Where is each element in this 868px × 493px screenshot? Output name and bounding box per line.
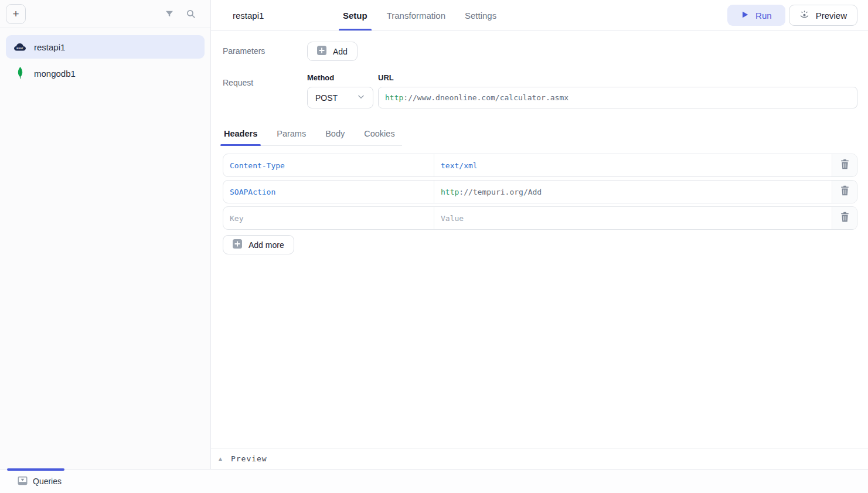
- header-row-soapaction: SOAPAction http://tempuri.org/Add: [223, 180, 857, 203]
- run-button[interactable]: Run: [727, 5, 785, 26]
- rest-api-icon: REST: [13, 42, 26, 52]
- headers-table: Content-Type text/xml SOAPAction: [223, 154, 857, 230]
- header-key-input[interactable]: Content-Type: [223, 154, 434, 176]
- eye-icon: [799, 10, 809, 21]
- header-key-field[interactable]: [230, 214, 427, 223]
- plus-square-icon: [233, 239, 242, 250]
- queries-icon: [18, 476, 28, 487]
- app-window: + REST restapi1: [0, 0, 868, 469]
- delete-header-button[interactable]: [832, 181, 857, 203]
- header-value-input[interactable]: [434, 207, 832, 229]
- tab-cookies[interactable]: Cookies: [363, 129, 396, 145]
- sidebar-item-restapi1[interactable]: REST restapi1: [6, 35, 205, 59]
- play-icon: [741, 11, 749, 21]
- sidebar: + REST restapi1: [0, 0, 211, 469]
- mongodb-icon: [13, 66, 26, 80]
- plus-square-icon: [317, 46, 326, 57]
- page-title: restapi1: [233, 11, 264, 21]
- header-row-empty: [223, 206, 857, 230]
- tab-settings[interactable]: Settings: [465, 0, 496, 30]
- main-tabs: Setup Transformation Settings: [343, 0, 496, 30]
- method-label: Method: [307, 73, 373, 82]
- trash-icon: [840, 159, 850, 172]
- main-header: restapi1 Setup Transformation Settings R…: [211, 0, 868, 31]
- request-row: Request Method POST URL: [223, 73, 857, 108]
- tab-body[interactable]: Body: [324, 129, 346, 145]
- search-icon[interactable]: [183, 7, 198, 21]
- filter-icon[interactable]: [162, 7, 176, 21]
- sidebar-item-label: restapi1: [34, 42, 65, 52]
- add-parameter-label: Add: [333, 47, 348, 56]
- url-scheme-text: http: [385, 93, 403, 102]
- request-fields: Method POST URL http://www.dneonline.com…: [307, 73, 857, 108]
- active-bottom-tab-indicator: [7, 468, 64, 471]
- header-key-input[interactable]: [223, 207, 434, 229]
- method-select[interactable]: POST: [307, 87, 373, 108]
- tab-params[interactable]: Params: [275, 129, 307, 145]
- request-label: Request: [223, 73, 307, 108]
- tab-setup[interactable]: Setup: [343, 0, 367, 30]
- delete-header-button[interactable]: [832, 154, 857, 176]
- add-more-button[interactable]: Add more: [223, 235, 294, 254]
- preview-button-label: Preview: [816, 11, 847, 21]
- sidebar-item-label: mongodb1: [34, 69, 76, 79]
- bottom-bar: Queries: [0, 469, 868, 493]
- run-button-label: Run: [755, 11, 772, 21]
- delete-header-button[interactable]: [832, 207, 857, 229]
- tab-headers[interactable]: Headers: [223, 129, 258, 145]
- query-list: REST restapi1 mongodb1: [0, 28, 210, 92]
- collapse-up-icon: ▲: [217, 455, 223, 462]
- bottom-tab-queries[interactable]: Queries: [18, 476, 62, 487]
- chevron-down-icon: [357, 93, 365, 103]
- method-value: POST: [315, 93, 338, 103]
- header-value-text: text/xml: [441, 161, 478, 170]
- header-value-input[interactable]: text/xml: [434, 154, 832, 176]
- sidebar-header: +: [0, 0, 210, 28]
- trash-icon: [840, 185, 850, 198]
- new-query-button[interactable]: +: [6, 4, 26, 24]
- svg-text:REST: REST: [16, 46, 23, 49]
- header-value-field[interactable]: [441, 214, 825, 223]
- header-row-content-type: Content-Type text/xml: [223, 154, 857, 177]
- parameters-row: Parameters Add: [223, 42, 857, 61]
- add-more-label: Add more: [249, 240, 284, 250]
- header-value-input[interactable]: http://tempuri.org/Add: [434, 181, 832, 203]
- url-input[interactable]: http://www.dneonline.com/calculator.asmx: [378, 87, 857, 108]
- url-field-group: URL http://www.dneonline.com/calculator.…: [378, 73, 857, 108]
- queries-tab-label: Queries: [33, 477, 62, 486]
- header-key-input[interactable]: SOAPAction: [223, 181, 434, 203]
- header-key-text: Content-Type: [230, 161, 285, 170]
- header-value-scheme-text: http: [441, 188, 459, 196]
- url-rest-text: ://www.dneonline.com/calculator.asmx: [403, 93, 569, 102]
- request-subtabs: Headers Params Body Cookies: [223, 129, 402, 146]
- header-value-rest-text: ://tempuri.org/Add: [459, 188, 542, 196]
- preview-drawer-toggle[interactable]: ▲ Preview: [211, 448, 868, 469]
- main-panel: restapi1 Setup Transformation Settings R…: [211, 0, 868, 469]
- method-field-group: Method POST: [307, 73, 373, 108]
- sidebar-item-mongodb1[interactable]: mongodb1: [6, 62, 205, 85]
- preview-button[interactable]: Preview: [789, 5, 857, 26]
- add-parameter-button[interactable]: Add: [307, 42, 358, 61]
- preview-drawer-label: Preview: [231, 454, 267, 463]
- parameters-label: Parameters: [223, 42, 307, 61]
- setup-content: Parameters Add Request Method POST: [211, 31, 868, 448]
- tab-transformation[interactable]: Transformation: [387, 0, 445, 30]
- add-more-wrap: Add more: [223, 235, 857, 254]
- url-label: URL: [378, 73, 857, 82]
- header-actions: Run Preview: [727, 5, 857, 26]
- trash-icon: [840, 212, 850, 225]
- header-key-text: SOAPAction: [230, 188, 275, 196]
